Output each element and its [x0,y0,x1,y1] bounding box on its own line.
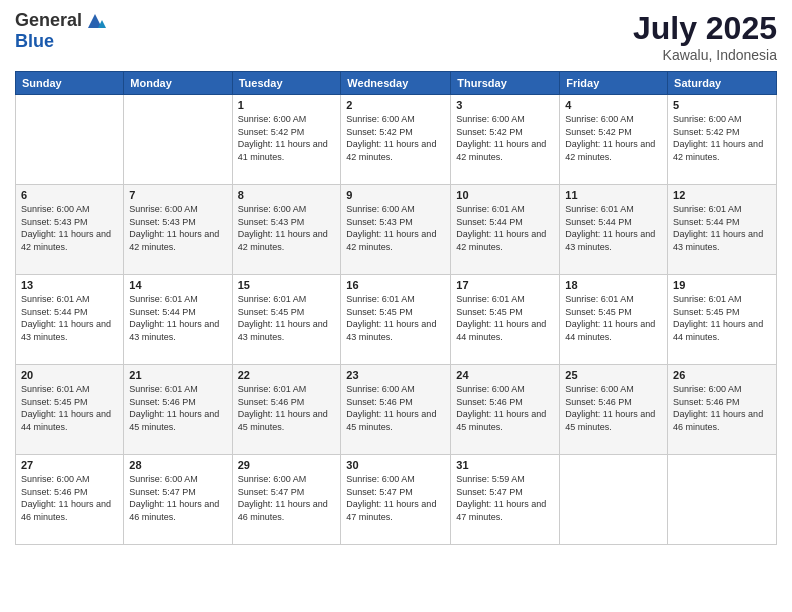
day-number: 27 [21,459,118,471]
day-info: Sunrise: 6:01 AMSunset: 5:45 PMDaylight:… [346,293,445,343]
day-info: Sunrise: 5:59 AMSunset: 5:47 PMDaylight:… [456,473,554,523]
calendar-cell: 10Sunrise: 6:01 AMSunset: 5:44 PMDayligh… [451,185,560,275]
calendar-cell [16,95,124,185]
day-info: Sunrise: 6:00 AMSunset: 5:43 PMDaylight:… [21,203,118,253]
day-info: Sunrise: 6:00 AMSunset: 5:42 PMDaylight:… [673,113,771,163]
day-number: 8 [238,189,336,201]
calendar-cell: 6Sunrise: 6:00 AMSunset: 5:43 PMDaylight… [16,185,124,275]
day-number: 16 [346,279,445,291]
calendar-cell: 31Sunrise: 5:59 AMSunset: 5:47 PMDayligh… [451,455,560,545]
day-info: Sunrise: 6:00 AMSunset: 5:42 PMDaylight:… [456,113,554,163]
day-info: Sunrise: 6:01 AMSunset: 5:46 PMDaylight:… [238,383,336,433]
weekday-header-thursday: Thursday [451,72,560,95]
calendar-cell: 22Sunrise: 6:01 AMSunset: 5:46 PMDayligh… [232,365,341,455]
calendar-cell: 30Sunrise: 6:00 AMSunset: 5:47 PMDayligh… [341,455,451,545]
day-info: Sunrise: 6:01 AMSunset: 5:46 PMDaylight:… [129,383,226,433]
day-number: 19 [673,279,771,291]
week-row-2: 6Sunrise: 6:00 AMSunset: 5:43 PMDaylight… [16,185,777,275]
day-info: Sunrise: 6:01 AMSunset: 5:44 PMDaylight:… [21,293,118,343]
day-number: 31 [456,459,554,471]
location-title: Kawalu, Indonesia [633,47,777,63]
day-number: 2 [346,99,445,111]
calendar-cell: 8Sunrise: 6:00 AMSunset: 5:43 PMDaylight… [232,185,341,275]
day-info: Sunrise: 6:00 AMSunset: 5:46 PMDaylight:… [673,383,771,433]
title-area: July 2025 Kawalu, Indonesia [633,10,777,63]
calendar-cell [124,95,232,185]
calendar-cell: 17Sunrise: 6:01 AMSunset: 5:45 PMDayligh… [451,275,560,365]
day-number: 18 [565,279,662,291]
day-number: 6 [21,189,118,201]
day-number: 28 [129,459,226,471]
day-number: 21 [129,369,226,381]
logo-blue-text: Blue [15,32,106,52]
calendar-cell: 15Sunrise: 6:01 AMSunset: 5:45 PMDayligh… [232,275,341,365]
calendar-cell: 28Sunrise: 6:00 AMSunset: 5:47 PMDayligh… [124,455,232,545]
day-number: 26 [673,369,771,381]
day-number: 29 [238,459,336,471]
day-number: 11 [565,189,662,201]
calendar-cell: 7Sunrise: 6:00 AMSunset: 5:43 PMDaylight… [124,185,232,275]
day-number: 15 [238,279,336,291]
week-row-3: 13Sunrise: 6:01 AMSunset: 5:44 PMDayligh… [16,275,777,365]
day-info: Sunrise: 6:00 AMSunset: 5:43 PMDaylight:… [346,203,445,253]
day-info: Sunrise: 6:01 AMSunset: 5:45 PMDaylight:… [565,293,662,343]
day-info: Sunrise: 6:00 AMSunset: 5:43 PMDaylight:… [238,203,336,253]
weekday-header-tuesday: Tuesday [232,72,341,95]
weekday-header-monday: Monday [124,72,232,95]
calendar-cell: 20Sunrise: 6:01 AMSunset: 5:45 PMDayligh… [16,365,124,455]
logo-icon [84,10,106,32]
day-info: Sunrise: 6:01 AMSunset: 5:45 PMDaylight:… [456,293,554,343]
day-number: 23 [346,369,445,381]
week-row-1: 1Sunrise: 6:00 AMSunset: 5:42 PMDaylight… [16,95,777,185]
day-info: Sunrise: 6:00 AMSunset: 5:46 PMDaylight:… [346,383,445,433]
day-number: 20 [21,369,118,381]
day-info: Sunrise: 6:00 AMSunset: 5:47 PMDaylight:… [129,473,226,523]
calendar-cell: 12Sunrise: 6:01 AMSunset: 5:44 PMDayligh… [668,185,777,275]
header: General Blue July 2025 Kawalu, Indonesia [15,10,777,63]
day-number: 14 [129,279,226,291]
calendar-cell: 13Sunrise: 6:01 AMSunset: 5:44 PMDayligh… [16,275,124,365]
calendar-cell: 11Sunrise: 6:01 AMSunset: 5:44 PMDayligh… [560,185,668,275]
day-info: Sunrise: 6:00 AMSunset: 5:42 PMDaylight:… [565,113,662,163]
day-info: Sunrise: 6:01 AMSunset: 5:44 PMDaylight:… [673,203,771,253]
calendar-cell: 4Sunrise: 6:00 AMSunset: 5:42 PMDaylight… [560,95,668,185]
day-info: Sunrise: 6:01 AMSunset: 5:44 PMDaylight:… [456,203,554,253]
month-title: July 2025 [633,10,777,47]
week-row-5: 27Sunrise: 6:00 AMSunset: 5:46 PMDayligh… [16,455,777,545]
day-number: 9 [346,189,445,201]
day-info: Sunrise: 6:01 AMSunset: 5:44 PMDaylight:… [565,203,662,253]
calendar-cell [560,455,668,545]
week-row-4: 20Sunrise: 6:01 AMSunset: 5:45 PMDayligh… [16,365,777,455]
weekday-header-saturday: Saturday [668,72,777,95]
calendar-cell: 5Sunrise: 6:00 AMSunset: 5:42 PMDaylight… [668,95,777,185]
calendar-cell: 2Sunrise: 6:00 AMSunset: 5:42 PMDaylight… [341,95,451,185]
weekday-header-sunday: Sunday [16,72,124,95]
calendar-cell: 18Sunrise: 6:01 AMSunset: 5:45 PMDayligh… [560,275,668,365]
calendar-cell: 24Sunrise: 6:00 AMSunset: 5:46 PMDayligh… [451,365,560,455]
calendar-cell: 14Sunrise: 6:01 AMSunset: 5:44 PMDayligh… [124,275,232,365]
day-number: 3 [456,99,554,111]
calendar-cell: 29Sunrise: 6:00 AMSunset: 5:47 PMDayligh… [232,455,341,545]
day-number: 22 [238,369,336,381]
logo-general-text: General [15,11,82,31]
calendar-cell [668,455,777,545]
day-info: Sunrise: 6:01 AMSunset: 5:45 PMDaylight:… [673,293,771,343]
weekday-header-friday: Friday [560,72,668,95]
day-number: 10 [456,189,554,201]
calendar-cell: 19Sunrise: 6:01 AMSunset: 5:45 PMDayligh… [668,275,777,365]
day-number: 12 [673,189,771,201]
calendar-cell: 1Sunrise: 6:00 AMSunset: 5:42 PMDaylight… [232,95,341,185]
calendar-cell: 16Sunrise: 6:01 AMSunset: 5:45 PMDayligh… [341,275,451,365]
day-info: Sunrise: 6:00 AMSunset: 5:47 PMDaylight:… [346,473,445,523]
calendar-cell: 25Sunrise: 6:00 AMSunset: 5:46 PMDayligh… [560,365,668,455]
day-number: 7 [129,189,226,201]
calendar-cell: 23Sunrise: 6:00 AMSunset: 5:46 PMDayligh… [341,365,451,455]
day-number: 30 [346,459,445,471]
day-number: 1 [238,99,336,111]
weekday-header-row: SundayMondayTuesdayWednesdayThursdayFrid… [16,72,777,95]
day-info: Sunrise: 6:00 AMSunset: 5:46 PMDaylight:… [21,473,118,523]
logo: General Blue [15,10,106,52]
day-info: Sunrise: 6:01 AMSunset: 5:45 PMDaylight:… [238,293,336,343]
calendar-cell: 3Sunrise: 6:00 AMSunset: 5:42 PMDaylight… [451,95,560,185]
day-number: 13 [21,279,118,291]
